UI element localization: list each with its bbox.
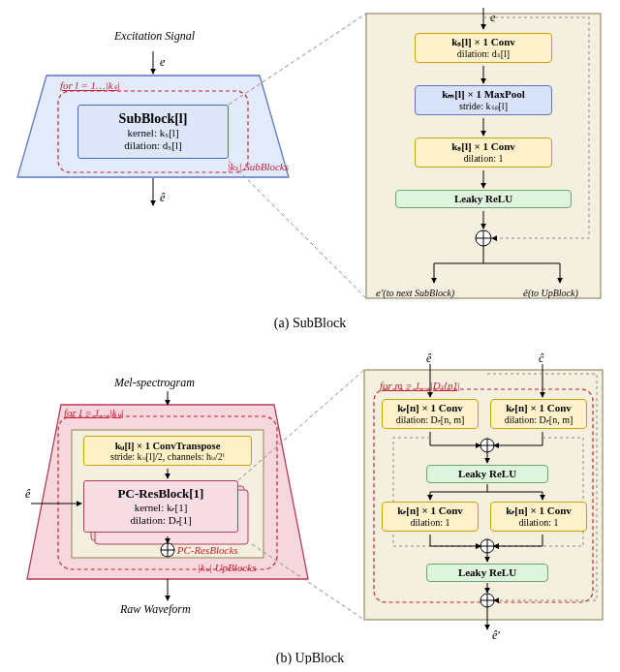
- pcres-loop-label: for m = 1…|Dᵣ[n]|: [380, 380, 554, 392]
- conv-top-right-title: kᵣ[n] × 1 Conv: [506, 402, 572, 413]
- svg-line-5: [229, 161, 366, 298]
- upblock-count: |kᵤ| UpBlocks: [198, 562, 314, 574]
- conv-top-left-title: kᵣ[n] × 1 Conv: [397, 402, 463, 413]
- subblock-title: SubBlock[l]: [86, 111, 220, 127]
- caption-a: (a) SubBlock: [8, 316, 612, 331]
- panel-a: for l = 1…|kₛ| SubBlock[l] kernel: kₛ[l]…: [8, 8, 612, 308]
- pcres-count: |kᵣ| PC-ResBlocks: [161, 544, 277, 557]
- lrelu2: Leaky ReLU: [426, 564, 548, 582]
- pcres-output: ê′: [492, 628, 500, 642]
- conv2-sub: dilation: 1: [419, 153, 547, 165]
- lrelu2-label: Leaky ReLU: [458, 566, 516, 578]
- out-left: e′(to next SubBlock): [376, 287, 455, 299]
- maxpool-sub: stride: kₛₚ[l]: [419, 101, 547, 112]
- caption-b: (b) UpBlock: [8, 651, 612, 664]
- ehat-in: ê: [25, 487, 31, 501]
- conv2-title: kₛ[l] × 1 Conv: [451, 140, 515, 152]
- conv-bot-right-title: kᵣ[n] × 1 Conv: [506, 504, 572, 516]
- upblock-loop-label: for l = 1…|kᵤ|: [64, 407, 219, 419]
- conv-top-left-sub: dilation: Dᵣ[n, m]: [387, 414, 474, 426]
- pcresblock-box: PC-ResBlock[1] kernel: kᵣ[1] dilation: D…: [83, 480, 238, 533]
- convtranspose-box: kᵤ[l] × 1 ConvTranspose stride: kᵤ[l]/2,…: [83, 436, 252, 466]
- out-right: ê(to UpBlock): [523, 287, 578, 299]
- conv1-box: kₛ[l] × 1 Conv dilation: dₛ[l]: [415, 33, 552, 63]
- convtr-title: kᵤ[l] × 1 ConvTranspose: [115, 441, 221, 451]
- conv-bot-left-title: kᵣ[n] × 1 Conv: [397, 504, 463, 516]
- chat-detail: ĉ: [539, 352, 544, 365]
- raw-waveform-label: Raw Waveform: [120, 602, 236, 617]
- maxpool-box: kₘ[l] × 1 MaxPool stride: kₛₚ[l]: [415, 85, 552, 115]
- subblock-kernel: kernel: kₛ[l]: [86, 127, 220, 139]
- conv-top-left: kᵣ[n] × 1 Conv dilation: Dᵣ[n, m]: [382, 399, 479, 429]
- conv-bot-right-sub: dilation: 1: [495, 517, 582, 529]
- excitation-signal-label: Excitation Signal: [114, 29, 231, 44]
- pcres-dilation: dilation: Dᵣ[1]: [92, 514, 230, 527]
- conv-bot-right: kᵣ[n] × 1 Conv dilation: 1: [490, 502, 587, 532]
- subblock-box: SubBlock[l] kernel: kₛ[l] dilation: dₛ[l…: [78, 105, 229, 159]
- lrelu-box: Leaky ReLU: [395, 190, 572, 208]
- lrelu1-label: Leaky ReLU: [458, 468, 516, 479]
- conv-top-right-sub: dilation: Dᵣ[n, m]: [495, 414, 582, 426]
- ehat-out-symbol: ê: [160, 191, 166, 204]
- melspec-label: Mel-spectrogram: [114, 376, 250, 390]
- conv-top-right: kᵣ[n] × 1 Conv dilation: Dᵣ[n, m]: [490, 399, 587, 429]
- convtr-sub: stride: kᵤ[l]/2, channels: hᵤ/2ˡ: [90, 451, 245, 462]
- e-symbol: e: [160, 55, 166, 69]
- ehat-detail: ê: [426, 352, 432, 365]
- conv-bot-left: kᵣ[n] × 1 Conv dilation: 1: [382, 502, 479, 532]
- lrelu1: Leaky ReLU: [426, 465, 548, 483]
- panel-a-svg: for l = 1…|kₛ| SubBlock[l] kernel: kₛ[l]…: [8, 8, 612, 308]
- conv1-title: kₛ[l] × 1 Conv: [451, 36, 515, 47]
- subblock-loop-label: for l = 1…|kₛ|: [60, 79, 205, 92]
- lrelu-label: Leaky ReLU: [454, 193, 512, 204]
- panel-b: for l = 1…|kᵤ| kᵤ[l] × 1 ConvTranspose s…: [8, 352, 612, 643]
- panel-b-svg: for l = 1…|kᵤ| kᵤ[l] × 1 ConvTranspose s…: [8, 352, 612, 643]
- maxpool-title: kₘ[l] × 1 MaxPool: [442, 88, 525, 100]
- conv2-box: kₛ[l] × 1 Conv dilation: 1: [415, 137, 552, 168]
- pcres-title: PC-ResBlock[1]: [92, 486, 230, 502]
- conv-bot-left-sub: dilation: 1: [387, 517, 474, 529]
- subblock-dilation: dilation: dₛ[l]: [86, 139, 220, 152]
- conv1-sub: dilation: dₛ[l]: [419, 48, 547, 60]
- pcres-kernel: kernel: kᵣ[1]: [92, 502, 230, 514]
